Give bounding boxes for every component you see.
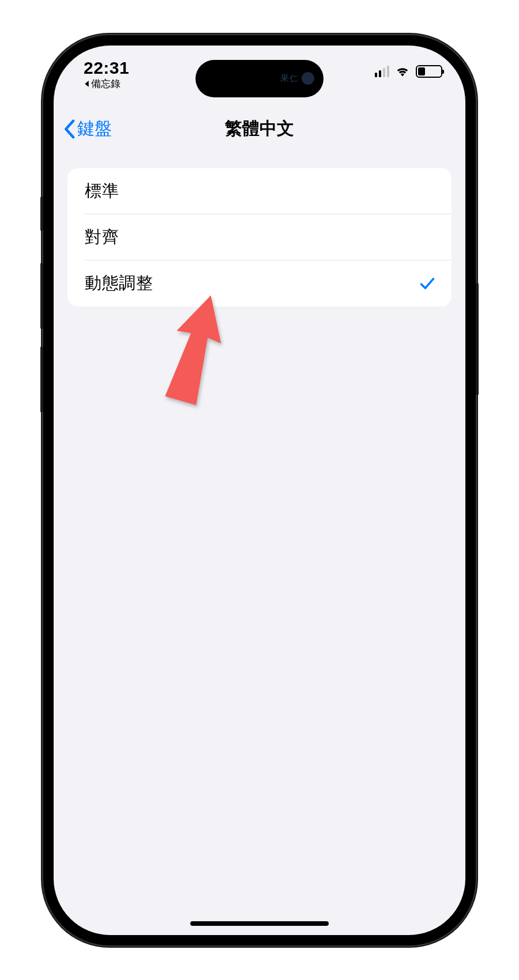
screen: 果仁 22:31 備忘錄 [54,46,465,935]
island-avatar-icon [302,72,314,85]
breadcrumb-app-label: 備忘錄 [91,77,121,90]
page-title: 繁體中文 [54,117,465,141]
home-indicator[interactable] [190,921,329,926]
chevron-left-icon [63,119,76,139]
status-time: 22:31 [84,58,129,78]
option-dynamic[interactable]: 動態調整 [67,260,452,307]
option-label: 動態調整 [85,272,153,295]
back-button-label: 鍵盤 [77,117,112,141]
content-area: 標準 對齊 動態調整 [54,152,465,307]
annotation-arrow-icon [163,293,227,408]
option-label: 標準 [85,180,119,203]
dynamic-island: 果仁 [195,60,324,97]
checkmark-icon [419,275,435,292]
navigation-bar: 鍵盤 繁體中文 [54,106,465,152]
side-button-volume-up [40,263,43,329]
side-button-volume-down [40,346,43,413]
svg-marker-0 [163,293,227,407]
wifi-icon [394,66,411,77]
side-button-power [476,283,479,395]
breadcrumb-back-icon [84,80,90,88]
status-breadcrumb[interactable]: 備忘錄 [84,77,121,90]
options-list: 標準 對齊 動態調整 [67,168,452,307]
back-button[interactable]: 鍵盤 [63,117,112,141]
option-justified[interactable]: 對齊 [67,214,452,260]
side-button-silence [40,196,43,231]
option-standard[interactable]: 標準 [67,168,452,214]
phone-frame: 果仁 22:31 備忘錄 [43,35,476,945]
cellular-signal-icon [375,66,390,77]
island-text: 果仁 [280,73,298,84]
battery-icon [416,65,442,78]
option-label: 對齊 [85,226,119,249]
